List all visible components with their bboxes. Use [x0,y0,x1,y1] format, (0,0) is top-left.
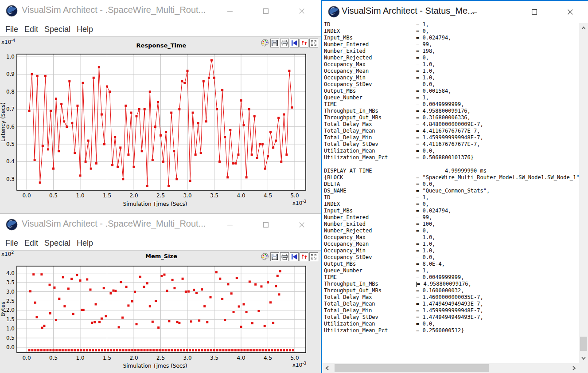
status-line: Occupancy_Max= 1.0, [324,234,579,241]
print-icon[interactable] [280,252,289,261]
data-point [162,349,164,351]
menu-help[interactable]: Help [74,239,96,248]
stat-key: Throughput_Out_MBs [324,287,416,294]
data-point [267,281,269,283]
plot-toolbar [261,39,318,47]
data-point [286,349,288,351]
maximize-plot-icon[interactable] [309,39,318,47]
titlebar[interactable]: VisualSim Architect - Status_Me... [322,1,588,23]
y-axis-multiplier: x10-4 [1,38,16,45]
close-button[interactable] [567,9,573,15]
vertical-scrollbar[interactable] [579,23,588,363]
palette-icon[interactable] [261,252,269,261]
status-line [324,161,579,168]
print-icon[interactable] [280,39,289,47]
data-point [154,126,156,128]
vertical-scroll-thumb[interactable] [580,337,587,351]
maximize-button[interactable] [263,222,269,228]
data-point [117,166,119,168]
status-line: Occupancy_Mean= 1.0, [324,241,579,247]
data-point [50,110,52,112]
close-button[interactable] [299,8,305,14]
window-status-messages: VisualSim Architect - Status_Me... ID= 1… [321,0,588,373]
horizontal-scrollbar[interactable] [322,363,579,373]
mem-size-chart[interactable]: 0.00.51.01.52.02.53.03.54.04.55.04.03.53… [0,251,321,373]
plot-area[interactable] [17,266,306,353]
data-point [42,145,44,147]
data-point [36,75,39,77]
y-tick-label: 1.0 [6,54,15,60]
data-point [193,289,195,291]
data-point [133,166,135,168]
data-point [136,115,138,117]
x-axis-multiplier: x10-3 [292,199,306,206]
data-point [111,164,113,166]
data-point [240,99,242,102]
response-time-chart[interactable]: 0.00.51.01.52.02.53.03.54.04.55.01.00.90… [0,37,321,213]
data-point [173,287,175,289]
data-point [261,349,264,351]
x-tick-label: 4.0 [237,192,245,199]
menu-file[interactable]: File [2,25,21,34]
menu-help[interactable]: Help [74,25,96,34]
scroll-down-icon[interactable] [579,353,588,363]
status-line: Total_Delay_Min= 1.4599999999948E-7, [324,134,579,141]
menu-edit[interactable]: Edit [21,25,41,34]
minimize-button[interactable] [471,9,478,15]
menu-special[interactable]: Special [41,239,74,248]
save-icon[interactable] [270,39,279,47]
palette-icon[interactable] [261,39,269,47]
minimize-button[interactable] [227,222,233,228]
scrollbar-corner [579,363,588,373]
stat-key: DISPLAY AT TIME [324,168,416,174]
data-point [119,349,121,351]
titlebar[interactable]: VisualSim Architect - .SpaceWire_Multi_R… [0,214,321,236]
scroll-right-icon[interactable] [569,363,579,373]
data-point [98,66,100,68]
data-point [139,276,141,278]
x-tick-label: 2.5 [156,192,165,199]
data-point [189,180,191,182]
data-point [98,349,100,351]
data-point [104,349,106,351]
y-tick-label: 0.6 [6,124,15,130]
data-points-icon[interactable] [300,39,308,47]
data-point [246,349,249,351]
maximize-button[interactable] [531,9,537,15]
minimize-button[interactable] [227,8,233,14]
data-point [275,140,277,142]
reset-view-icon[interactable] [290,252,299,261]
x-tick-label: 3.5 [210,355,218,361]
data-point [58,349,61,351]
close-button[interactable] [299,222,305,228]
menu-edit[interactable]: Edit [21,239,41,248]
status-line: Total_Delay_Max= 1.4600000000035E-7, [324,294,579,301]
save-icon[interactable] [270,252,279,261]
window-response-time: VisualSim Architect - .SpaceWire_Multi_R… [0,0,321,213]
maximize-plot-icon[interactable] [309,252,318,261]
reset-view-icon[interactable] [290,39,299,47]
data-point [221,298,223,300]
data-point [105,315,107,317]
scroll-left-icon[interactable] [322,363,333,373]
stat-key [324,161,416,168]
data-point [256,157,258,159]
data-point [285,153,288,156]
data-point [230,292,233,294]
horizontal-scroll-thumb[interactable] [335,364,489,372]
status-line: Total_Delay_StDev= 1.4749494949493E-7, [324,314,579,321]
data-point [109,292,112,294]
status-line: Number_Rejected= 0, [324,55,579,61]
status-output[interactable]: ID= 1,INDEX= 0,Input_MBs= 0.024794,Numbe… [322,21,579,363]
menu-file[interactable]: File [2,239,21,248]
data-points-icon[interactable] [300,252,308,261]
status-line: Queue_Number= 1, [324,267,579,274]
stat-value: = 1.0, [416,61,435,68]
data-point [176,321,179,323]
scroll-up-icon[interactable] [579,23,588,34]
x-tick-label: 0.5 [49,192,58,199]
maximize-button[interactable] [263,8,269,14]
menu-special[interactable]: Special [41,25,74,34]
titlebar[interactable]: VisualSim Architect - .SpaceWire_Multi_R… [0,0,321,22]
stat-value: = 0.0049999999, [416,101,464,108]
